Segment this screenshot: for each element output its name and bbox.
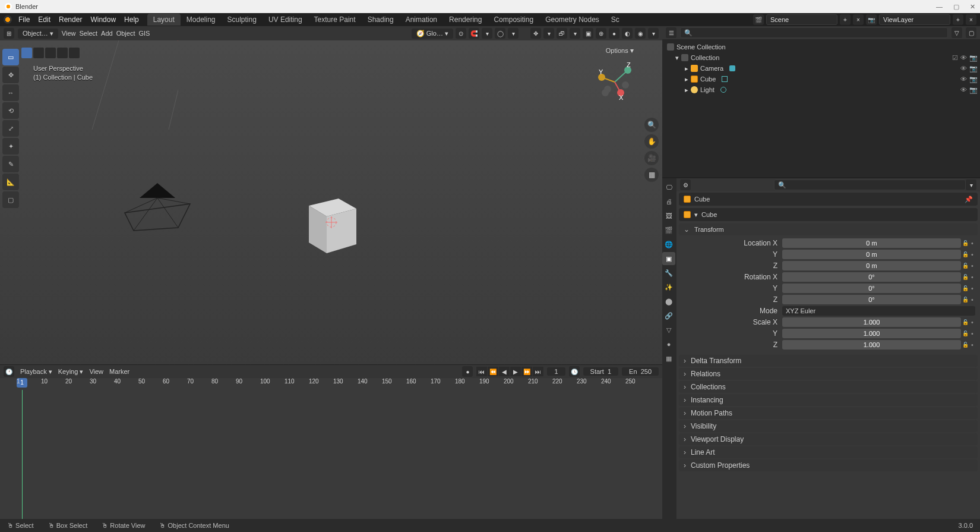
outliner-row-camera[interactable]: ▸ Camera 👁📷 (665, 63, 978, 74)
ptab-output[interactable]: 🖨 (662, 195, 675, 208)
animate-button[interactable]: • (969, 341, 975, 348)
shading-rendered-button[interactable]: ◉ (635, 28, 646, 39)
auto-keying-toggle[interactable]: ● (462, 366, 473, 377)
navigation-gizmo[interactable]: Z Y X (591, 58, 638, 106)
ptab-object[interactable]: ▣ (662, 252, 675, 265)
viewlayer-browse-icon[interactable]: 📷 (866, 14, 877, 25)
lock-icon[interactable]: 🔓 (961, 274, 969, 280)
menu-window[interactable]: Window (87, 14, 119, 25)
rotation-mode-select[interactable]: XYZ Euler (782, 306, 975, 316)
snap-target-icon[interactable]: ▾ (482, 28, 492, 39)
maximize-button[interactable]: ▢ (953, 3, 959, 11)
panel-custom-properties[interactable]: Custom Properties (679, 459, 978, 471)
ptab-material[interactable]: ● (662, 338, 675, 351)
panel-relations[interactable]: Relations (679, 368, 978, 380)
panel-motion-paths[interactable]: Motion Paths (679, 407, 978, 419)
snap-toggle[interactable]: 🧲 (469, 28, 479, 39)
preview-range-toggle[interactable]: 🕓 (569, 366, 580, 377)
timeline-menu-keying[interactable]: Keying ▾ (58, 368, 84, 376)
camera-view-button[interactable]: 🎥 (644, 151, 659, 165)
cube-object[interactable] (297, 188, 362, 259)
ptab-viewlayer[interactable]: 🖼 (662, 209, 675, 222)
lock-icon[interactable]: 🔓 (961, 263, 969, 269)
minimize-button[interactable]: — (936, 3, 943, 11)
panel-transform-header[interactable]: Transform (679, 223, 978, 235)
proportional-falloff-icon[interactable]: ▾ (508, 28, 519, 39)
timeline-body[interactable] (0, 390, 662, 519)
scene-new-button[interactable]: + (840, 14, 851, 25)
panel-delta-transform[interactable]: Delta Transform (679, 355, 978, 367)
shading-options-icon[interactable]: ▾ (648, 28, 659, 39)
menu-file[interactable]: File (15, 14, 33, 25)
tab-modeling[interactable]: Modeling (181, 14, 222, 26)
shading-wireframe-button[interactable]: ⊕ (596, 28, 606, 39)
lock-icon[interactable]: 🔓 (961, 251, 969, 257)
rotation-x-input[interactable]: 0° (782, 272, 961, 282)
scale-x-input[interactable]: 1.000 (782, 317, 961, 327)
xray-toggle[interactable]: ▣ (583, 28, 593, 39)
outliner-row-light[interactable]: ▸ Light 👁📷 (665, 84, 978, 95)
blender-icon[interactable] (4, 15, 12, 24)
panel-line-art[interactable]: Line Art (679, 446, 978, 458)
viewlayer-delete-button[interactable]: × (966, 14, 976, 25)
location-y-input[interactable]: 0 m (782, 250, 961, 259)
animate-button[interactable]: • (969, 330, 975, 337)
ptab-physics[interactable]: ⬤ (662, 295, 675, 308)
ptab-data[interactable]: ▽ (662, 323, 675, 336)
location-x-input[interactable]: 0 m (782, 238, 961, 248)
animate-button[interactable]: • (969, 285, 975, 292)
tool-add-cube[interactable]: ▢ (2, 191, 19, 208)
hide-toggle[interactable]: 👁 (960, 65, 967, 73)
orientation-select[interactable]: 🧭 Glo… ▾ (412, 29, 453, 39)
menu-help[interactable]: Help (121, 14, 143, 25)
close-button[interactable]: ✕ (970, 3, 975, 11)
viewport-options-button[interactable]: Options ▾ (606, 46, 634, 55)
timeline-menu-view[interactable]: View (89, 368, 103, 375)
jump-end-button[interactable]: ⏭ (533, 367, 543, 376)
timeline-editor-type-icon[interactable]: 🕐 (4, 366, 14, 377)
tab-texture-paint[interactable]: Texture Paint (308, 14, 362, 26)
disable-render-toggle[interactable]: 📷 (969, 54, 978, 62)
tab-sculpting[interactable]: Sculpting (222, 14, 263, 26)
tool-scale[interactable]: ⤢ (2, 120, 19, 137)
outliner-search-input[interactable] (680, 27, 948, 38)
outliner-filter-button[interactable]: ▽ (951, 27, 962, 38)
shading-material-button[interactable]: ◐ (622, 28, 633, 39)
tool-cursor[interactable]: ✥ (2, 67, 19, 83)
scale-z-input[interactable]: 1.000 (782, 340, 961, 350)
location-z-input[interactable]: 0 m (782, 261, 961, 270)
outliner-row-scene-collection[interactable]: Scene Collection (665, 42, 978, 52)
panel-viewport-display[interactable]: Viewport Display (679, 433, 978, 445)
exclude-checkbox[interactable]: ☑ (952, 54, 958, 62)
viewlayer-new-button[interactable]: + (953, 14, 963, 25)
viewport-3d[interactable]: ▭ ✥ ↔ ⟲ ⤢ ✦ ✎ 📐 ▢ User Perspective (1) C… (0, 40, 662, 364)
menu-edit[interactable]: Edit (34, 14, 54, 25)
shading-solid-button[interactable]: ● (609, 28, 619, 39)
end-frame-input[interactable]: En 250 (622, 367, 659, 376)
perspective-toggle-button[interactable]: ▦ (644, 168, 659, 182)
scene-delete-button[interactable]: × (853, 14, 864, 25)
outliner-row-collection[interactable]: ▾ Collection ☑👁📷 (665, 52, 978, 63)
view3d-menu-object[interactable]: Object (116, 30, 135, 37)
disable-render-toggle[interactable]: 📷 (969, 86, 978, 94)
scale-y-input[interactable]: 1.000 (782, 329, 961, 338)
ptab-texture[interactable]: ▦ (662, 352, 675, 365)
proportional-edit-toggle[interactable]: ◯ (495, 28, 505, 39)
overlay-toggle[interactable]: 🗗 (557, 28, 567, 39)
disable-render-toggle[interactable]: 📷 (969, 65, 978, 73)
outliner-new-collection-button[interactable]: ▢ (966, 27, 976, 38)
play-button[interactable]: ▶ (510, 367, 521, 376)
tool-rotate[interactable]: ⟲ (2, 102, 19, 119)
timeline-ruler[interactable]: 1 11020304050607080901001101201301401501… (0, 378, 662, 390)
lock-icon[interactable]: 🔓 (961, 330, 969, 336)
properties-search-input[interactable] (774, 180, 966, 190)
lock-icon[interactable]: 🔓 (961, 240, 969, 246)
viewlayer-name-input[interactable] (879, 14, 950, 25)
lock-icon[interactable]: 🔓 (961, 319, 969, 325)
tab-uv-editing[interactable]: UV Editing (263, 14, 308, 26)
mode-select[interactable]: Object… ▾ (18, 29, 58, 39)
ptab-scene[interactable]: 🎬 (662, 223, 675, 237)
object-type-visibility[interactable] (21, 48, 80, 58)
data-breadcrumb[interactable]: ▾ Cube (679, 208, 978, 221)
tab-geometry-nodes[interactable]: Geometry Nodes (539, 14, 605, 26)
